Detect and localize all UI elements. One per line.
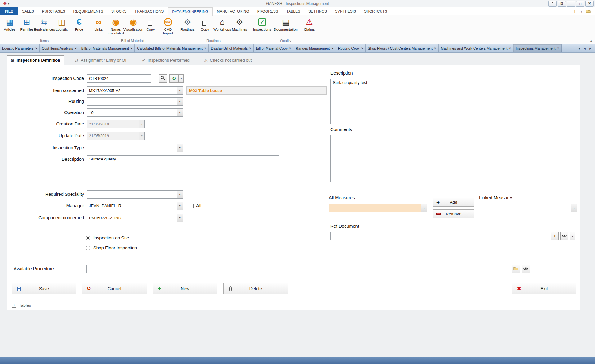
add-ref-document-button[interactable]: + bbox=[551, 232, 559, 240]
menu-data-engineering[interactable]: DATA ENGINEERING bbox=[168, 7, 213, 16]
inspection-on-site-radio[interactable] bbox=[86, 236, 90, 240]
all-measures-select[interactable]: ▾ bbox=[329, 204, 427, 212]
close-tab-icon[interactable]: × bbox=[557, 46, 559, 50]
ribbon-item-cad-import[interactable]: CAD CAD Import bbox=[159, 16, 177, 35]
ribbon-item-machines[interactable]: ⚙ Machines bbox=[231, 16, 248, 31]
ref-document-input[interactable] bbox=[330, 232, 550, 240]
subtab-checks-not-carried-out[interactable]: ⚠ Checks not carried out bbox=[201, 55, 255, 65]
manager-all-checkbox[interactable] bbox=[189, 204, 194, 208]
menu-file[interactable]: FILE bbox=[0, 7, 18, 15]
ribbon-item-links[interactable]: ∞ Links bbox=[90, 16, 107, 31]
subtab-inspections-performed[interactable]: ✔ Inspections Performed bbox=[139, 55, 193, 65]
refresh-button[interactable]: ↻ bbox=[169, 74, 179, 83]
subtab-inspections-definition[interactable]: ⚙ Inspections Definition bbox=[7, 55, 64, 65]
ribbon-item-documentation[interactable]: ▤ Documentation bbox=[274, 16, 298, 31]
menu-shortcuts[interactable]: SHORTCUTS bbox=[360, 7, 391, 15]
right-description-textarea[interactable]: Surface quality test bbox=[330, 79, 571, 124]
search-button[interactable] bbox=[159, 74, 167, 83]
tab-machines-and-work-centers-management[interactable]: Machines and Work Centers Management× bbox=[439, 44, 513, 52]
chevron-down-icon[interactable]: ▾ bbox=[177, 98, 183, 105]
collapse-ribbon-icon[interactable]: ▴ bbox=[590, 39, 592, 42]
operation-select[interactable]: 10 ▾ bbox=[87, 108, 183, 117]
info-icon[interactable]: ℹ bbox=[574, 9, 575, 14]
menu-sales[interactable]: SALES bbox=[18, 7, 38, 15]
close-tab-icon[interactable]: × bbox=[74, 46, 76, 50]
ribbon-item-copy-routing[interactable]: Copy bbox=[196, 16, 214, 31]
description-textarea[interactable]: Surface quality bbox=[87, 155, 279, 187]
ribbon-item-copy-bom[interactable]: Copy bbox=[142, 16, 159, 31]
chevron-down-icon[interactable]: ▾ bbox=[177, 214, 183, 222]
chevron-down-icon[interactable]: ▾ bbox=[421, 204, 427, 212]
tab-bill-of-material-copy[interactable]: Bill of Material Copy× bbox=[254, 44, 294, 52]
tab-list-icon[interactable]: ▾ bbox=[577, 46, 581, 50]
view-procedure-button[interactable] bbox=[522, 265, 530, 273]
ribbon-item-articles[interactable]: ▦ Articles bbox=[1, 16, 18, 31]
delete-button[interactable]: Delete bbox=[223, 283, 288, 294]
ribbon-item-equivalences[interactable]: ⇆ Equivalences bbox=[36, 16, 53, 31]
close-tab-icon[interactable]: × bbox=[361, 46, 363, 50]
close-tab-icon[interactable]: × bbox=[289, 46, 291, 50]
chevron-down-icon[interactable]: ▾ bbox=[571, 204, 577, 212]
chevron-down-icon[interactable]: ▾ bbox=[177, 87, 183, 94]
menu-tables[interactable]: TABLES bbox=[282, 7, 304, 15]
help-button[interactable]: ? bbox=[548, 1, 557, 7]
remove-measure-button[interactable]: Remove bbox=[433, 209, 474, 218]
item-concerned-select[interactable]: MX17AXA005-V2 ▾ bbox=[87, 86, 183, 95]
ribbon-item-workshops[interactable]: ⌂ Workshops bbox=[214, 16, 231, 31]
close-tab-icon[interactable]: × bbox=[130, 46, 132, 50]
chevron-down-icon[interactable]: ▾ bbox=[177, 191, 183, 198]
inspection-type-select[interactable]: ▾ bbox=[87, 144, 183, 152]
comments-textarea[interactable] bbox=[330, 135, 571, 182]
close-tab-icon[interactable]: × bbox=[331, 46, 333, 50]
close-button[interactable]: ✖ bbox=[585, 1, 594, 7]
new-button[interactable]: + New bbox=[153, 283, 217, 294]
menu-manufacturing[interactable]: MANUFACTURING bbox=[213, 7, 253, 15]
ribbon-item-inspections[interactable]: ✓ Inspections bbox=[250, 16, 274, 31]
tab-inspections-management[interactable]: Inspections Management× bbox=[513, 44, 562, 52]
menu-purchases[interactable]: PURCHASES bbox=[38, 7, 69, 15]
tab-bills-of-materials-management[interactable]: Bills of Materials Management× bbox=[79, 44, 135, 52]
refresh-dropdown-button[interactable]: ▾ bbox=[178, 74, 184, 83]
cancel-button[interactable]: ↺ Cancel bbox=[82, 283, 147, 294]
chevron-down-icon[interactable]: ▾ bbox=[177, 144, 183, 152]
ribbon-item-routings[interactable]: ⚙ Routings bbox=[179, 16, 196, 31]
tab-scroll-right-icon[interactable]: ▸ bbox=[588, 46, 593, 50]
close-tab-icon[interactable]: × bbox=[204, 46, 206, 50]
tab-scroll-left-icon[interactable]: ◂ bbox=[583, 46, 587, 50]
tables-expand-button[interactable]: + bbox=[12, 303, 16, 308]
home-icon[interactable]: ⌂ bbox=[580, 9, 582, 14]
close-tab-icon[interactable]: × bbox=[249, 46, 251, 50]
tab-shop-floors-cost-centers-management[interactable]: Shop Floors / Cost Centers Management× bbox=[366, 44, 439, 52]
tab-calculated-bills-of-materials-management[interactable]: Calculated Bills of Materials Management… bbox=[135, 44, 209, 52]
menu-transactions[interactable]: TRANSACTIONS bbox=[130, 7, 168, 15]
linked-measures-select[interactable]: ▾ bbox=[479, 204, 577, 212]
tab-routing-copy[interactable]: Routing Copy× bbox=[336, 44, 366, 52]
maximize-button[interactable]: □ bbox=[576, 1, 584, 7]
minimize-button[interactable]: – bbox=[567, 1, 575, 7]
close-tab-icon[interactable]: × bbox=[509, 46, 511, 50]
routing-select[interactable]: ▾ bbox=[87, 97, 183, 106]
close-tab-icon[interactable]: × bbox=[434, 46, 436, 50]
ribbon-item-name-calculated[interactable]: ◉ Name. calculated bbox=[107, 16, 125, 35]
ref-document-dropdown-button[interactable]: ▾ bbox=[570, 232, 575, 240]
close-tab-icon[interactable]: × bbox=[35, 46, 37, 50]
tab-cost-items-analysis[interactable]: Cost Items Analysis× bbox=[40, 44, 79, 52]
shop-floor-inspection-radio[interactable] bbox=[86, 246, 90, 250]
add-measure-button[interactable]: + Add bbox=[433, 198, 474, 207]
exit-button[interactable]: ✖ Exit bbox=[512, 283, 576, 294]
chevron-down-icon[interactable]: ▾ bbox=[177, 109, 183, 116]
chevron-down-icon[interactable]: ▾ bbox=[177, 202, 183, 210]
menu-progress[interactable]: PROGRESS bbox=[253, 7, 282, 15]
available-procedure-input[interactable] bbox=[86, 265, 511, 273]
quick-access-dropdown-icon[interactable]: ▾ bbox=[8, 2, 10, 5]
save-button[interactable]: Save bbox=[12, 283, 76, 294]
subtab-assignment-entry-or-of[interactable]: ⇄ Assignment / Entry or OF bbox=[72, 55, 131, 65]
tab-display-bill-of-materials[interactable]: Display Bill of Materials× bbox=[209, 44, 253, 52]
menu-synthesis[interactable]: SYNTHESIS bbox=[331, 7, 360, 15]
view-ref-document-button[interactable] bbox=[560, 232, 568, 240]
folder-icon[interactable] bbox=[586, 9, 591, 14]
ribbon-item-logistic[interactable]: ◫ Logistic bbox=[53, 16, 70, 31]
required-speciality-select[interactable]: ▾ bbox=[87, 190, 183, 199]
ribbon-item-claims[interactable]: ⚠ Claims bbox=[298, 16, 321, 31]
inspection-code-input[interactable] bbox=[87, 74, 151, 83]
